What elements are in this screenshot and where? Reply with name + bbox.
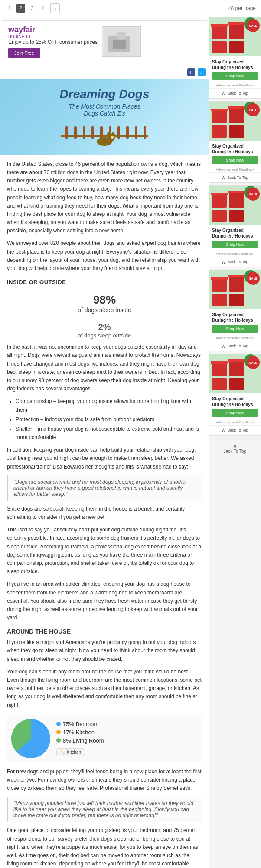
sale-badge-2: SALE — [247, 103, 260, 116]
sidebar-ad-2-content: Stay Organized During the Holidays Shop … — [209, 141, 261, 167]
shop-now-button-3[interactable]: Shop Now — [212, 241, 258, 248]
svg-rect-42 — [212, 125, 227, 138]
sidebar-ad-1-image: SALE SALE — [209, 17, 261, 56]
svg-rect-64 — [212, 363, 227, 376]
stat-inside-label: of dogs sleep inside — [7, 307, 202, 314]
back-to-top-label-3: Back To Top — [227, 260, 248, 264]
sidebar-ad-2-title: Stay Organized During the Holidays — [212, 143, 258, 155]
stat-block-inside: 98% of dogs sleep inside — [7, 289, 202, 318]
kitchen-dot — [56, 730, 61, 734]
svg-rect-35 — [211, 24, 228, 27]
svg-rect-15 — [117, 126, 120, 139]
pie-chart — [11, 719, 50, 758]
ad-feedback-1: Advertisement Feedback — [209, 83, 261, 88]
svg-rect-43 — [229, 125, 244, 138]
sidebar-ad-3-image: SALE — [209, 186, 261, 225]
benefits-list: Companionship – keeping your dog inside … — [7, 397, 202, 442]
svg-rect-52 — [211, 193, 228, 195]
svg-rect-44 — [211, 109, 228, 111]
stat-inside-pct: 98% — [7, 293, 202, 307]
sidebar-ad-1-title: Stay Organized During the Holidays — [212, 59, 258, 70]
sale-badge-3: SALE — [247, 188, 260, 201]
shop-now-button-2[interactable]: Shop Now — [212, 156, 258, 164]
sidebar-ad-3-content: Stay Organized During the Holidays Shop … — [209, 225, 261, 251]
svg-rect-18 — [144, 126, 146, 139]
facebook-icon[interactable]: f — [187, 68, 195, 77]
sidebar-ad-5: SALE Stay Organized During the Holidays … — [209, 354, 261, 436]
svg-point-23 — [111, 136, 114, 139]
svg-rect-58 — [212, 294, 227, 306]
svg-rect-61 — [228, 275, 245, 277]
svg-rect-2 — [113, 40, 126, 49]
shop-now-button-4[interactable]: Shop Now — [212, 325, 258, 333]
hero-subtitle: The Most Common Places — [69, 103, 140, 110]
back-to-top-label-1: Back To Top — [227, 91, 248, 96]
bedroom-label: 75% Bedroom — [63, 721, 98, 727]
shop-now-button-5[interactable]: Shop Now — [212, 409, 258, 417]
svg-rect-53 — [228, 191, 245, 193]
shop-now-button-1[interactable]: Shop Now — [212, 72, 258, 80]
sidebar-ad-4: SALE Stay Organized During the Holidays … — [209, 270, 261, 351]
back-arrow-icon-1: ∧ — [222, 90, 225, 96]
para11: One good place to consider letting your … — [7, 826, 202, 868]
next-page-button[interactable]: → — [50, 3, 60, 13]
back-arrow-icon-3: ∧ — [222, 259, 225, 265]
jack-to-top-label: Jack To Top — [224, 449, 246, 454]
svg-rect-6 — [198, 68, 206, 76]
sidebar-ad-5-title: Stay Organized During the Holidays — [212, 396, 258, 407]
ad-banner: wayfair BUSINESS Enjoy up to 25% OFF con… — [2, 20, 207, 63]
svg-rect-9 — [65, 126, 68, 139]
section-inside-outside: INSIDE OR OUTSIDE — [7, 279, 202, 285]
sidebar-ad-4-image: SALE — [209, 270, 261, 309]
page-2[interactable]: 2 — [16, 4, 25, 13]
svg-rect-12 — [91, 126, 94, 139]
hero-section: Dreaming Dogs The Most Common Places Dog… — [0, 79, 209, 155]
para3: In the past, it was not uncommon to keep… — [7, 343, 202, 393]
bullet-2: Protection – indoors your dog is safe fr… — [16, 416, 202, 424]
back-to-top-5[interactable]: ∧ Back To Top — [209, 425, 261, 435]
para6: This isn't to say you absolutely can't p… — [7, 526, 202, 576]
legend-living: 8% Living Room — [56, 737, 104, 744]
hero-title: Dreaming Dogs — [60, 88, 150, 101]
back-to-top-4[interactable]: ∧ Back To Top — [209, 341, 261, 351]
sidebar-ad-4-title: Stay Organized During the Holidays — [212, 312, 258, 323]
quote-2: "Many young puppies have just left their… — [7, 797, 202, 822]
svg-rect-50 — [212, 210, 227, 222]
page-1[interactable]: 1 — [5, 4, 14, 13]
wayfair-logo: wayfair BUSINESS — [8, 25, 98, 39]
legend-bedroom: 75% Bedroom — [56, 721, 104, 727]
sidebar-ad-2-image: SALE — [209, 102, 261, 141]
page-4[interactable]: 4 — [39, 4, 48, 13]
sidebar-ad-3: SALE Stay Organized During the Holidays … — [209, 185, 261, 267]
twitter-icon[interactable]: t — [198, 68, 206, 77]
sidebar-ad-3-title: Stay Organized During the Holidays — [212, 228, 258, 239]
back-arrow-icon-2: ∧ — [222, 175, 225, 181]
svg-rect-69 — [228, 359, 245, 362]
svg-rect-48 — [212, 195, 227, 208]
para9: Your dog can sleep in any room around th… — [7, 668, 202, 710]
svg-rect-56 — [212, 279, 227, 292]
sidebar-ad-2: SALE Stay Organized During the Holidays … — [209, 101, 261, 183]
svg-rect-34 — [229, 41, 244, 53]
back-to-top-1[interactable]: ∧ Back To Top — [209, 88, 261, 98]
svg-rect-68 — [211, 361, 228, 364]
page-3[interactable]: 3 — [28, 4, 36, 13]
svg-rect-66 — [212, 378, 227, 390]
kitchen-label: 17% Kitchen — [63, 729, 95, 736]
back-to-top-label-4: Back To Top — [227, 344, 248, 348]
pie-chart-area: 75% Bedroom 17% Kitchen 8% Living Room 🦴… — [7, 715, 202, 762]
back-to-top-3[interactable]: ∧ Back To Top — [209, 257, 261, 267]
para5: Since dogs are so social, keeping them i… — [7, 505, 202, 521]
svg-rect-65 — [229, 361, 244, 376]
pie-legend: 75% Bedroom 17% Kitchen 8% Living Room 🦴… — [56, 721, 104, 756]
sidebar-ad-1-content: Stay Organized During the Holidays Shop … — [209, 56, 261, 83]
bedroom-dot — [56, 722, 61, 726]
join-free-button[interactable]: Join Free — [8, 48, 40, 58]
ad-feedback-3: Advertisement Feedback — [209, 251, 261, 257]
svg-rect-45 — [228, 106, 245, 109]
svg-rect-57 — [229, 277, 244, 292]
jack-to-top[interactable]: ∧ Jack To Top — [209, 438, 261, 457]
sidebar-ad-5-image: SALE — [209, 354, 261, 393]
svg-rect-51 — [229, 210, 244, 222]
back-to-top-2[interactable]: ∧ Back To Top — [209, 172, 261, 182]
